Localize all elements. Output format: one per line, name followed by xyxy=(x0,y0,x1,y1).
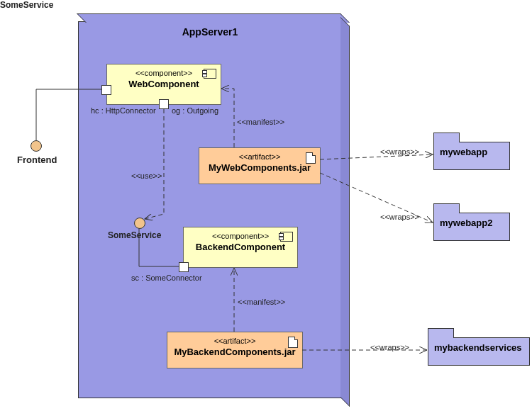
package-mybackendservices-name: mybackendservices xyxy=(428,338,529,357)
someservice-label2: SomeService xyxy=(108,230,161,240)
artifact-web[interactable]: <<artifact>> MyWebComponents.jar xyxy=(199,147,321,184)
artifact-web-stereo: <<artifact>> xyxy=(199,148,320,161)
port-hc[interactable] xyxy=(101,85,111,95)
backend-component-name: BackendComponent xyxy=(184,240,297,257)
edge-wraps-3: <<wraps>> xyxy=(370,343,409,351)
edge-wraps-1: <<wraps>> xyxy=(380,147,419,156)
edge-wraps-2: <<wraps>> xyxy=(380,213,419,221)
web-component-name: WebComponent xyxy=(107,77,221,94)
appserver-title: AppServer1 xyxy=(79,22,341,40)
package-mywebapp-name: mywebapp xyxy=(434,142,509,162)
package-mywebapp2[interactable]: mywebapp2 xyxy=(433,213,510,241)
package-tab-icon xyxy=(433,203,460,213)
diagram-canvas: AppServer1 <<component>> WebComponent hc… xyxy=(0,0,532,411)
component-icon xyxy=(204,69,216,79)
port-og[interactable] xyxy=(159,99,169,109)
port-hc-label: hc : HttpConnector xyxy=(91,106,156,115)
artifact-backend-name: MyBackendComponents.jar xyxy=(167,345,302,361)
artifact-backend-stereo: <<artifact>> xyxy=(167,332,302,345)
someservice-interface[interactable] xyxy=(134,218,145,229)
package-tab-icon xyxy=(428,328,454,338)
someservice-label: SomeService xyxy=(0,0,53,10)
edge-use: <<use>> xyxy=(131,171,162,180)
package-tab-icon xyxy=(433,133,460,142)
artifact-icon xyxy=(288,337,298,348)
edge-manifest-1: <<manifest>> xyxy=(237,118,284,126)
frontend-label: Frontend xyxy=(17,154,57,165)
artifact-icon xyxy=(306,152,316,164)
artifact-backend[interactable]: <<artifact>> MyBackendComponents.jar xyxy=(167,332,303,368)
frontend-interface[interactable] xyxy=(31,140,42,152)
backend-component[interactable]: <<component>> BackendComponent xyxy=(183,227,298,268)
package-mywebapp2-name: mywebapp2 xyxy=(434,213,509,232)
port-og-label: og : Outgoing xyxy=(172,106,218,115)
port-sc-label: sc : SomeConnector xyxy=(131,274,202,282)
artifact-web-name: MyWebComponents.jar xyxy=(199,161,320,177)
port-sc[interactable] xyxy=(179,262,189,272)
package-mybackendservices[interactable]: mybackendservices xyxy=(428,337,530,366)
package-mywebapp[interactable]: mywebapp xyxy=(433,142,510,170)
component-icon xyxy=(280,232,293,242)
edge-manifest-2: <<manifest>> xyxy=(238,298,285,306)
